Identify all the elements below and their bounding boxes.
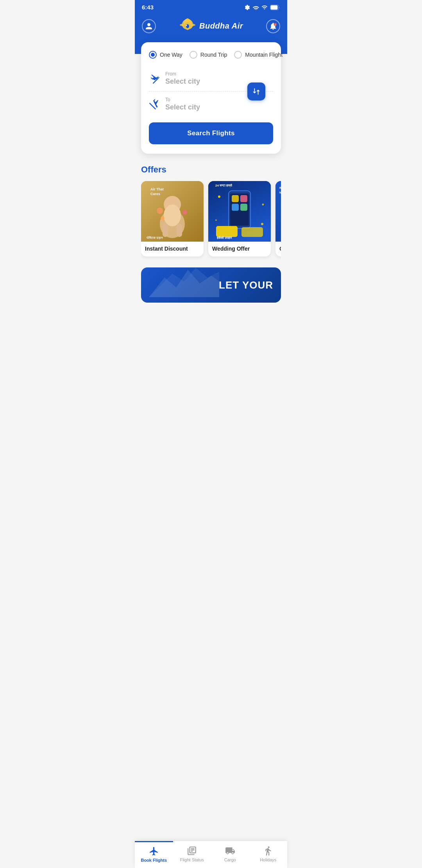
svg-text:Resident: Resident (279, 187, 281, 189)
offer-card-instant-discount[interactable]: Air That Cares पोषिटक उड़ान Instant Disc… (141, 181, 204, 256)
from-label: From (165, 71, 273, 77)
mountain-flight-option[interactable]: Mountain Flight (234, 51, 283, 59)
svg-point-3 (186, 24, 189, 28)
svg-point-14 (182, 210, 187, 215)
banner-mountain-icon (149, 267, 219, 303)
svg-rect-30 (216, 226, 238, 237)
status-icons (244, 4, 280, 11)
banner-section: LET YOUR (135, 266, 287, 342)
offers-title: Offers (141, 165, 281, 175)
svg-text:पोषिटक उड़ान: पोषिटक उड़ान (146, 236, 163, 240)
trip-options: One Way Round Trip Mountain Flight (149, 51, 273, 59)
status-time: 6:43 (142, 4, 154, 11)
from-plane-icon (146, 70, 163, 87)
round-trip-option[interactable]: Round Trip (190, 51, 227, 59)
plane-depart-icon (146, 70, 161, 86)
swap-button[interactable] (247, 82, 265, 100)
status-bar: 6:43 (135, 0, 287, 13)
svg-rect-23 (240, 195, 247, 202)
logo-bird-icon (179, 18, 196, 34)
round-trip-radio[interactable] (190, 51, 197, 59)
buddha-air-bird-svg (179, 18, 196, 32)
mountain-svg (149, 267, 219, 297)
signal-icon (261, 4, 268, 11)
mountain-flight-radio[interactable] (234, 51, 242, 59)
svg-rect-2 (271, 5, 278, 9)
svg-point-4 (186, 25, 187, 26)
offer-img-instant-discount: Air That Cares पोषिटक उड़ान (141, 181, 204, 242)
svg-rect-22 (232, 195, 239, 202)
svg-text:Air That: Air That (150, 187, 164, 191)
one-way-option[interactable]: One Way (149, 51, 182, 59)
round-trip-label: Round Trip (200, 52, 227, 58)
notification-icon: 1 (269, 22, 277, 30)
svg-rect-34 (275, 181, 281, 242)
one-way-label: One Way (160, 52, 182, 58)
settings-icon (244, 4, 250, 11)
offers-section: Offers (135, 154, 287, 266)
to-value: Select city (165, 103, 273, 111)
offer-img-svg-3: Resident Normal 'Y' (275, 181, 281, 242)
profile-icon (145, 22, 153, 30)
svg-rect-31 (241, 227, 263, 237)
wifi-icon (253, 5, 259, 10)
mountain-flight-label: Mountain Flight (245, 52, 283, 58)
svg-text:Normal 'Y': Normal 'Y' (279, 191, 281, 194)
svg-rect-12 (177, 223, 182, 237)
offer-label-offer-bond: Offer Bond (275, 242, 281, 256)
app-logo: Buddha Air (179, 18, 243, 34)
svg-point-28 (215, 219, 217, 221)
banner-card[interactable]: LET YOUR (141, 267, 281, 303)
offer-img-offer-bond: Resident Normal 'Y' (275, 181, 281, 242)
offer-card-offer-bond[interactable]: Resident Normal 'Y' Offer Bond (275, 181, 281, 256)
svg-point-26 (218, 195, 220, 198)
offer-card-wedding-offer[interactable]: 24 घण्टा हाम्रो हर्कको उपहार Wedding Off… (208, 181, 271, 256)
svg-text:24 घण्टा हाम्रो: 24 घण्टा हाम्रो (215, 183, 232, 187)
svg-point-10 (164, 204, 181, 226)
svg-point-29 (261, 223, 263, 225)
notification-button[interactable]: 1 (266, 19, 280, 33)
swap-icon (252, 87, 261, 96)
to-plane-icon (146, 96, 163, 113)
banner-text: LET YOUR (219, 279, 273, 291)
profile-button[interactable] (142, 19, 156, 33)
one-way-radio[interactable] (149, 51, 157, 59)
offer-img-wedding-offer: 24 घण्टा हाम्रो हर्कको उपहार (208, 181, 271, 242)
svg-point-15 (161, 216, 165, 220)
logo-text: Buddha Air (199, 22, 243, 30)
offer-img-svg-2: 24 घण्टा हाम्रो हर्कको उपहार (208, 181, 271, 242)
search-flights-button[interactable]: Search Flights (149, 122, 273, 144)
divider-row (149, 91, 273, 91)
offer-cards-list: Air That Cares पोषिटक उड़ान Instant Disc… (141, 181, 281, 260)
offer-label-wedding-offer: Wedding Offer (208, 242, 271, 256)
plane-arrive-icon (147, 96, 163, 111)
search-card: One Way Round Trip Mountain Flight From … (141, 42, 281, 154)
offer-label-instant-discount: Instant Discount (141, 242, 204, 256)
svg-rect-25 (240, 204, 247, 211)
one-way-radio-inner (151, 53, 155, 57)
offer-img-svg-1: Air That Cares पोषिटक उड़ान (141, 181, 204, 242)
svg-point-13 (157, 208, 163, 214)
svg-point-27 (262, 204, 264, 206)
svg-rect-24 (232, 204, 239, 211)
svg-rect-11 (163, 223, 168, 237)
svg-text:Cares: Cares (150, 192, 160, 196)
svg-text:हर्कको उपहार: हर्कको उपहार (216, 236, 232, 240)
battery-icon (270, 5, 280, 10)
